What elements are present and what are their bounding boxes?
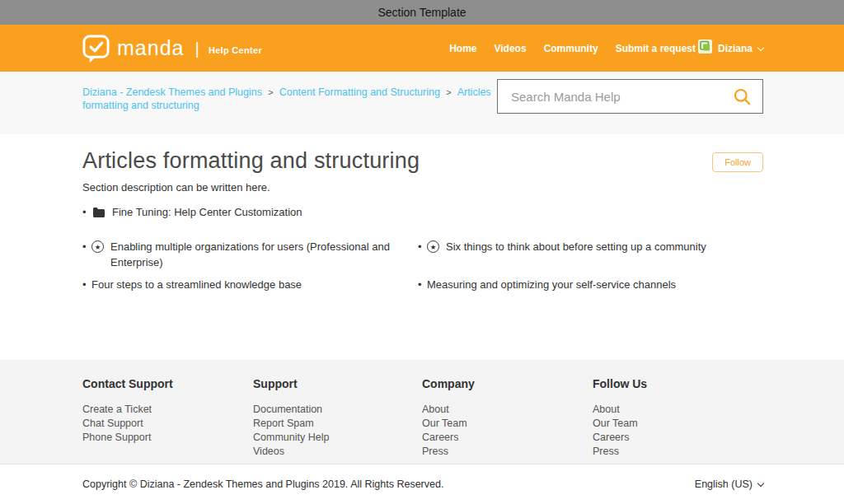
manda-logo-icon [82, 35, 110, 63]
footer-link[interactable]: Careers [422, 432, 458, 443]
footer-column-heading: Follow Us [593, 377, 844, 390]
follow-button[interactable]: Follow [712, 152, 763, 172]
footer-link-list: AboutOur TeamCareersPress [593, 402, 844, 458]
breadcrumb-link[interactable]: Content Formatting and Structuring [279, 86, 440, 98]
footer-link[interactable]: About [593, 404, 620, 415]
article-link[interactable]: Enabling multiple organizations for user… [110, 239, 398, 270]
footer-link[interactable]: About [422, 404, 449, 415]
brand-name: manda [117, 36, 184, 60]
header-nav: HomeVideosCommunitySubmit a request [449, 43, 696, 54]
section-link-list: •Fine Tuning: Help Center Customization [82, 206, 762, 218]
footer-link[interactable]: Careers [593, 432, 629, 443]
bullet: • [82, 239, 91, 254]
footer-column-heading: Support [253, 377, 422, 390]
breadcrumb-link[interactable]: Diziana - Zendesk Themes and Plugins [82, 86, 262, 98]
footer-link[interactable]: Phone Support [82, 432, 151, 443]
copyright-text: Copyright © Diziana - Zendesk Themes and… [82, 478, 443, 490]
article-list-item: •★Enabling multiple organizations for us… [82, 239, 398, 270]
footer-column-contact-support: Contact SupportCreate a TicketChat Suppo… [82, 377, 253, 464]
promoted-article-icon: ★ [91, 240, 104, 253]
search-input[interactable] [498, 90, 733, 104]
bullet: • [82, 277, 91, 292]
user-menu[interactable]: Diziana [698, 40, 763, 57]
footer-link[interactable]: Our Team [593, 418, 638, 429]
article-list-item: •Measuring and optimizing your self-serv… [418, 277, 762, 292]
main-content: Articles formatting and structuring Foll… [0, 134, 844, 360]
user-name: Diziana [718, 43, 753, 54]
footer-link[interactable]: Chat Support [82, 418, 143, 429]
footer-link[interactable]: Press [593, 446, 619, 457]
footer-link[interactable]: Our Team [422, 418, 467, 429]
footer-column-heading: Company [422, 377, 593, 390]
footer-link[interactable]: Create a Ticket [82, 404, 152, 415]
footer-link-list: AboutOur TeamCareersPress [422, 402, 593, 458]
breadcrumb-separator: > [268, 87, 274, 97]
breadcrumb: Diziana - Zendesk Themes and Plugins>Con… [82, 86, 495, 112]
footer-column-follow-us: Follow UsAboutOur TeamCareersPress [593, 377, 844, 464]
footer-link[interactable]: Videos [253, 446, 284, 457]
bullet: • [418, 277, 427, 292]
breadcrumb-separator: > [446, 87, 452, 97]
article-link[interactable]: Four steps to a streamlined knowledge ba… [91, 277, 302, 292]
footer-link-list: Create a TicketChat SupportPhone Support [82, 402, 253, 444]
footer: Contact SupportCreate a TicketChat Suppo… [0, 360, 844, 464]
chevron-down-icon [757, 480, 764, 487]
breadcrumb-search-strip: Diziana - Zendesk Themes and Plugins>Con… [0, 72, 844, 134]
article-list-item: •★Six things to think about before setti… [418, 239, 762, 254]
bottom-bar: Copyright © Diziana - Zendesk Themes and… [0, 464, 844, 504]
chevron-down-icon [757, 44, 764, 50]
section-description: Section description can be written here. [82, 181, 762, 194]
section-link[interactable]: Fine Tuning: Help Center Customization [112, 206, 302, 218]
article-link[interactable]: Measuring and optimizing your self-servi… [427, 277, 676, 292]
nav-link-submit-a-request[interactable]: Submit a request [616, 43, 696, 54]
bullet: • [418, 239, 427, 254]
footer-link-list: DocumentationReport SpamCommunity HelpVi… [253, 402, 422, 458]
bullet: • [82, 206, 91, 218]
footer-column-company: CompanyAboutOur TeamCareersPress [422, 377, 593, 464]
search-box[interactable] [497, 79, 763, 114]
footer-link[interactable]: Press [422, 446, 448, 457]
footer-link[interactable]: Documentation [253, 404, 322, 415]
nav-link-home[interactable]: Home [449, 43, 476, 54]
brand-logo[interactable]: manda | Help Center [82, 35, 262, 63]
language-label: English (US) [695, 478, 753, 490]
brand-subtitle: Help Center [209, 45, 262, 55]
page-title: Articles formatting and structuring [82, 134, 762, 174]
user-avatar [698, 40, 712, 57]
article-link[interactable]: Six things to think about before setting… [446, 239, 706, 254]
search-icon[interactable] [733, 87, 752, 106]
footer-link[interactable]: Report Spam [253, 418, 314, 429]
article-list: •★Enabling multiple organizations for us… [82, 239, 762, 292]
footer-column-support: SupportDocumentationReport SpamCommunity… [253, 377, 422, 464]
footer-link[interactable]: Community Help [253, 432, 329, 443]
folder-icon [93, 208, 105, 217]
footer-column-heading: Contact Support [82, 377, 253, 390]
brand-separator: | [195, 39, 199, 58]
window-title: Section Template [377, 6, 466, 19]
window-title-bar: Section Template [0, 0, 844, 25]
site-header: manda | Help Center HomeVideosCommunityS… [0, 25, 844, 72]
language-selector[interactable]: English (US) [695, 478, 763, 490]
section-list-item: •Fine Tuning: Help Center Customization [82, 206, 762, 218]
promoted-article-icon: ★ [427, 240, 439, 253]
article-list-item: •Four steps to a streamlined knowledge b… [82, 277, 398, 292]
nav-link-videos[interactable]: Videos [494, 43, 526, 54]
nav-link-community[interactable]: Community [544, 43, 598, 54]
